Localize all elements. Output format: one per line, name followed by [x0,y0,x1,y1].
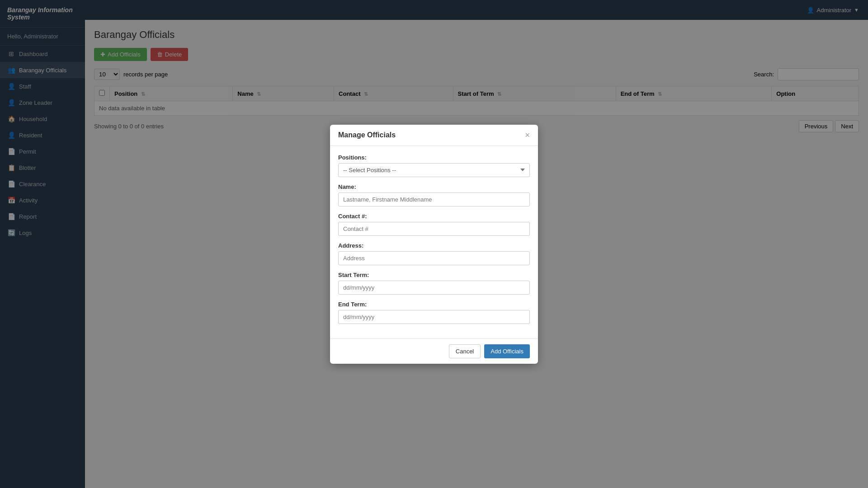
contact-input[interactable] [338,222,530,236]
start-term-group: Start Term: [338,272,530,295]
modal-add-officials-button[interactable]: Add Officials [484,344,530,358]
modal-overlay[interactable]: Manage Officials × Positions: -- Select … [0,0,868,488]
modal-header: Manage Officials × [330,125,538,146]
positions-group: Positions: -- Select Positions -- [338,154,530,177]
modal-body: Positions: -- Select Positions -- Name: … [330,146,538,338]
modal-title: Manage Officials [338,131,396,139]
positions-select[interactable]: -- Select Positions -- [338,163,530,177]
modal-close-button[interactable]: × [525,131,530,139]
start-term-label: Start Term: [338,272,530,278]
positions-label: Positions: [338,154,530,161]
end-term-input[interactable] [338,310,530,324]
contact-label: Contact #: [338,213,530,220]
modal-footer: Cancel Add Officials [330,338,538,364]
address-group: Address: [338,242,530,265]
name-input[interactable] [338,192,530,206]
manage-officials-modal: Manage Officials × Positions: -- Select … [330,125,538,364]
address-input[interactable] [338,251,530,265]
end-term-label: End Term: [338,301,530,308]
cancel-button[interactable]: Cancel [449,344,481,358]
name-group: Name: [338,183,530,206]
address-label: Address: [338,242,530,249]
contact-group: Contact #: [338,213,530,236]
start-term-input[interactable] [338,281,530,295]
name-label: Name: [338,183,530,190]
end-term-group: End Term: [338,301,530,324]
